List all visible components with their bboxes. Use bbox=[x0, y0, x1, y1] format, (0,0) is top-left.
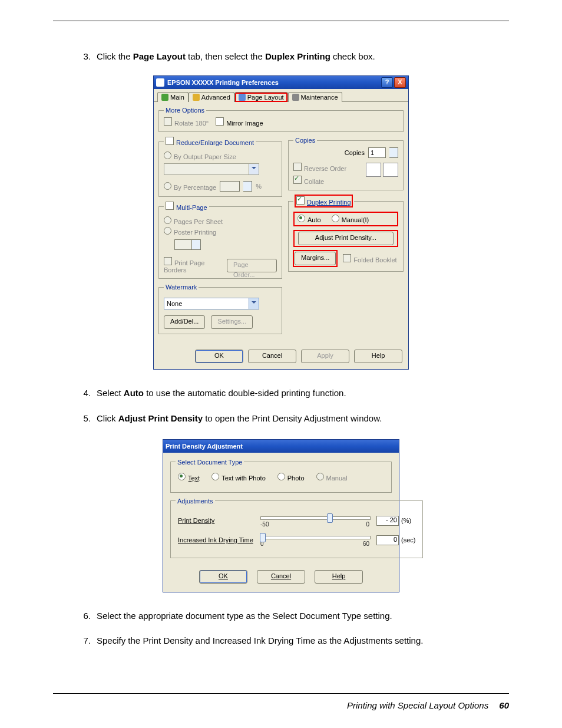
close-button[interactable]: X bbox=[394, 77, 406, 88]
density-slider[interactable] bbox=[260, 516, 371, 520]
chevron-down-icon bbox=[249, 164, 259, 174]
copies-input[interactable]: 1 bbox=[368, 147, 386, 158]
legend-checkbox[interactable]: Reduce/Enlarge Document bbox=[164, 137, 256, 146]
legend: Select Document Type bbox=[176, 459, 244, 466]
unit: % bbox=[256, 183, 262, 190]
label: Poster Printing bbox=[174, 229, 216, 236]
label: Rotate 180° bbox=[174, 120, 209, 127]
tab-advanced[interactable]: Advanced bbox=[189, 92, 234, 102]
type-text-photo-radio[interactable]: Text with Photo bbox=[211, 473, 266, 482]
auto-radio[interactable]: Auto bbox=[297, 215, 321, 223]
type-manual-radio[interactable]: Manual bbox=[316, 473, 348, 482]
tab-label: Main bbox=[170, 94, 184, 101]
percent-input[interactable] bbox=[220, 181, 240, 192]
by-percent-radio[interactable]: By Percentage bbox=[164, 182, 216, 191]
pages-per-sheet-radio[interactable]: Pages Per Sheet bbox=[164, 216, 277, 225]
titlebar[interactable]: EPSON XXXXX Printing Preferences ? X bbox=[154, 76, 408, 89]
titlebar[interactable]: Print Density Adjustment bbox=[163, 440, 399, 453]
tab-page-layout[interactable]: Page Layout bbox=[234, 92, 288, 102]
screenshot-printing-preferences: EPSON XXXXX Printing Preferences ? X Mai… bbox=[53, 75, 509, 370]
top-rule bbox=[53, 21, 509, 21]
watermark-combo[interactable]: None bbox=[164, 298, 259, 309]
unit: (%) bbox=[401, 517, 411, 524]
label: Pages Per Sheet bbox=[174, 218, 223, 225]
drying-value[interactable]: 0 bbox=[376, 535, 399, 545]
tab-icon bbox=[239, 94, 246, 101]
group-more-options: More Options Rotate 180° Mirror Image bbox=[158, 107, 404, 132]
text: Click the bbox=[97, 51, 133, 61]
text: Select bbox=[97, 388, 124, 398]
legend: Copies bbox=[293, 137, 317, 144]
legend-checkbox[interactable]: Multi-Page bbox=[164, 202, 209, 211]
app-icon bbox=[156, 78, 164, 87]
spinner-icon[interactable] bbox=[192, 239, 201, 250]
poster-radio[interactable]: Poster Printing bbox=[164, 227, 277, 236]
tabrow: Main Advanced Page Layout Maintenance bbox=[154, 89, 408, 101]
checkbox-icon bbox=[164, 117, 172, 126]
tab-icon bbox=[193, 94, 200, 101]
wm-settings-button[interactable]: Settings... bbox=[211, 315, 253, 329]
label: Reduce/Enlarge Document bbox=[176, 139, 254, 146]
manual-radio[interactable]: Manual(I) bbox=[332, 215, 369, 223]
step-number: 3. bbox=[77, 51, 97, 62]
cancel-button[interactable]: Cancel bbox=[248, 350, 296, 363]
apply-button[interactable]: Apply bbox=[301, 350, 349, 363]
borders-checkbox[interactable]: Print Page Borders bbox=[164, 257, 227, 274]
checkbox-icon bbox=[343, 254, 351, 262]
help-button[interactable]: Help bbox=[315, 570, 363, 584]
slider-thumb-icon bbox=[260, 533, 266, 542]
label: Auto bbox=[308, 216, 321, 223]
margins-button[interactable]: Margins... bbox=[295, 252, 336, 265]
drying-slider[interactable] bbox=[260, 536, 371, 539]
screenshot-print-density: Print Density Adjustment Select Document… bbox=[53, 439, 509, 592]
checkbox-icon bbox=[216, 117, 224, 126]
type-text-radio[interactable]: Text bbox=[178, 473, 200, 482]
unit: (sec) bbox=[401, 536, 415, 543]
rotate-checkbox[interactable]: Rotate 180° bbox=[164, 117, 209, 127]
paper-size-combo[interactable] bbox=[164, 163, 259, 175]
by-output-radio[interactable]: By Output Paper Size bbox=[164, 151, 277, 160]
spinner-icon[interactable] bbox=[389, 147, 398, 158]
help-button[interactable]: Help bbox=[354, 350, 402, 363]
ok-button[interactable]: OK bbox=[195, 350, 243, 363]
step-5: 5. Click Adjust Print Density to open th… bbox=[53, 413, 509, 424]
radio-icon bbox=[164, 151, 171, 159]
spinner-icon[interactable] bbox=[243, 181, 252, 192]
label: Text with Photo bbox=[222, 475, 266, 482]
text: check box. bbox=[330, 51, 375, 61]
step-text: Click Adjust Print Density to open the P… bbox=[97, 413, 509, 424]
checkbox-icon bbox=[296, 196, 305, 205]
tab-main[interactable]: Main bbox=[157, 92, 189, 102]
step-text: Select the appropriate document type as … bbox=[97, 610, 509, 622]
mirror-checkbox[interactable]: Mirror Image bbox=[216, 117, 263, 127]
cancel-button[interactable]: Cancel bbox=[257, 570, 305, 584]
drying-label: Increased Ink Drying Time bbox=[178, 536, 260, 543]
tab-maintenance[interactable]: Maintenance bbox=[288, 92, 342, 102]
add-del-button[interactable]: Add/Del... bbox=[164, 315, 205, 329]
poster-input[interactable] bbox=[174, 239, 192, 250]
scale-min: -50 bbox=[260, 521, 269, 528]
text: tab, then select the bbox=[186, 51, 265, 61]
step-7: 7. Specify the Print Density and Increas… bbox=[53, 635, 509, 647]
section-title: Printing with Special Layout Options bbox=[347, 700, 488, 710]
page-order-button[interactable]: Page Order... bbox=[227, 259, 277, 272]
radio-icon bbox=[164, 182, 171, 190]
type-photo-radio[interactable]: Photo bbox=[277, 473, 305, 482]
label: Duplex Printing bbox=[307, 199, 351, 206]
collate-checkbox[interactable]: Collate bbox=[293, 176, 346, 185]
step-3: 3. Click the Page Layout tab, then selec… bbox=[53, 51, 509, 62]
help-button[interactable]: ? bbox=[381, 77, 393, 88]
label: By Output Paper Size bbox=[174, 153, 236, 160]
adjust-density-button[interactable]: Adjust Print Density... bbox=[298, 232, 394, 245]
reverse-checkbox[interactable]: Reverse Order bbox=[293, 163, 346, 172]
legend-checkbox[interactable]: Duplex Printing bbox=[293, 195, 354, 207]
dialog-footer: OK Cancel Apply Help bbox=[154, 344, 408, 369]
radio-icon bbox=[297, 215, 305, 222]
step-text: Select Auto to use the automatic double-… bbox=[97, 387, 509, 399]
ok-button[interactable]: OK bbox=[199, 570, 247, 584]
booklet-checkbox[interactable]: Folded Booklet bbox=[343, 254, 396, 263]
checkbox-icon bbox=[166, 137, 174, 145]
step-6: 6. Select the appropriate document type … bbox=[53, 610, 509, 622]
density-value[interactable]: - 20 bbox=[376, 516, 399, 526]
window-title: EPSON XXXXX Printing Preferences bbox=[167, 79, 380, 86]
